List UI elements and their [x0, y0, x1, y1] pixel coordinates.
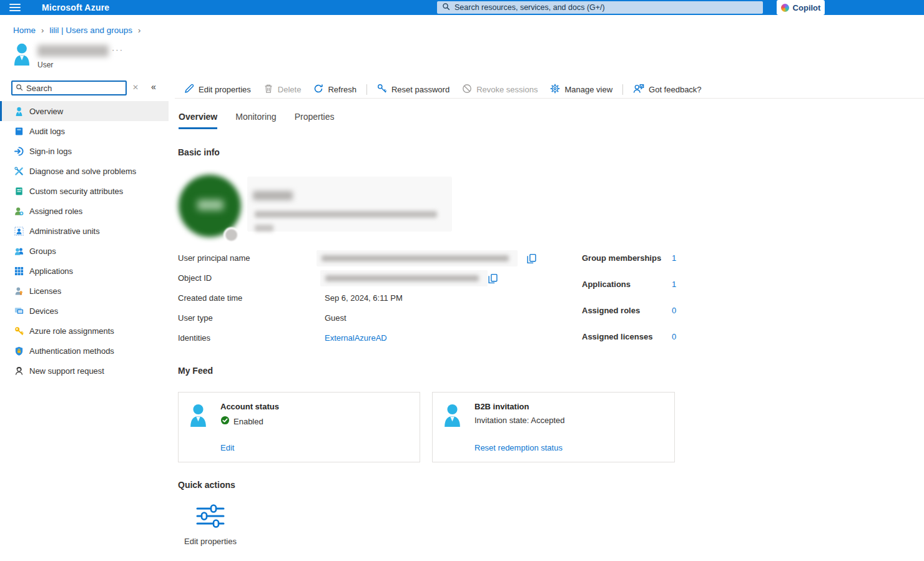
applications-count-link[interactable]: 1 — [672, 280, 676, 289]
created-date-value: Sep 6, 2024, 6:11 PM — [325, 289, 403, 308]
avatar-initials-redacted — [197, 200, 224, 210]
card-title: Account status — [220, 402, 279, 411]
user-avatar-icon — [12, 42, 31, 67]
copy-icon[interactable] — [526, 252, 537, 263]
user-icon — [189, 403, 208, 429]
sidebar-item-sign-in-logs[interactable]: Sign-in logs — [0, 141, 169, 161]
sidebar-nav: Overview Audit logs Sign-in logs Diagnos… — [0, 101, 169, 381]
field-label: Created date time — [178, 289, 242, 308]
assigned-roles-count-link[interactable]: 0 — [672, 306, 676, 315]
gear-icon — [550, 84, 560, 95]
profile-redacted-panel — [247, 177, 452, 232]
sidebar-item-audit-logs[interactable]: Audit logs — [0, 121, 169, 141]
feedback-icon — [633, 84, 644, 95]
sidebar-search[interactable] — [11, 80, 127, 95]
sidebar-item-azure-role-assignments[interactable]: Azure role assignments — [0, 321, 169, 341]
refresh-icon — [313, 84, 323, 95]
field-label: User principal name — [178, 249, 250, 268]
app-title: Microsoft Azure — [42, 0, 109, 15]
sidebar-item-overview[interactable]: Overview — [0, 101, 169, 121]
sidebar-item-assigned-roles[interactable]: Assigned roles — [0, 201, 169, 221]
toolbar-divider — [175, 98, 924, 99]
more-actions-button[interactable]: ··· — [112, 45, 124, 54]
got-feedback-button[interactable]: Got feedback? — [627, 80, 708, 98]
my-feed-heading: My Feed — [178, 366, 213, 376]
sidebar-item-administrative-units[interactable]: Administrative units — [0, 221, 169, 241]
object-id-value-redacted — [320, 270, 488, 286]
audit-logs-icon — [14, 126, 24, 136]
licenses-icon — [14, 286, 24, 296]
field-label: Object ID — [178, 269, 212, 288]
sidebar: ✕ « Overview Audit logs Sign-in logs Dia… — [0, 78, 169, 561]
key-icon — [377, 84, 387, 95]
revoke-sessions-button[interactable]: Revoke sessions — [456, 80, 544, 98]
stat-label: Applications — [582, 280, 631, 289]
assigned-licenses-count-link[interactable]: 0 — [672, 332, 676, 341]
security-attributes-icon — [14, 186, 24, 196]
breadcrumb-home-link[interactable]: Home — [13, 26, 36, 35]
edit-link[interactable]: Edit — [220, 443, 234, 452]
stat-label: Group memberships — [582, 253, 661, 263]
search-icon — [16, 84, 23, 93]
azure-portal-page: Microsoft Azure Copilot Home › lilil | U… — [0, 0, 924, 561]
sliders-icon — [196, 520, 225, 530]
copilot-button[interactable]: Copilot — [777, 0, 825, 15]
display-name-redacted — [253, 191, 293, 200]
user-type-value: Guest — [325, 309, 346, 328]
user-icon — [14, 106, 24, 116]
clear-search-icon[interactable]: ✕ — [132, 83, 139, 92]
tab-monitoring[interactable]: Monitoring — [235, 112, 276, 129]
trash-icon — [263, 84, 273, 95]
quick-action-edit-properties[interactable]: Edit properties — [182, 504, 238, 546]
support-person-icon — [14, 366, 24, 376]
delete-button[interactable]: Delete — [257, 80, 308, 98]
admin-units-icon — [14, 226, 24, 236]
chevron-right-icon: › — [138, 26, 140, 35]
sidebar-item-new-support-request[interactable]: New support request — [0, 361, 169, 381]
b2b-invitation-card: B2B invitation Invitation state: Accepte… — [432, 392, 675, 462]
basic-info-heading: Basic info — [178, 147, 220, 157]
key-icon — [14, 326, 24, 336]
manage-view-button[interactable]: Manage view — [544, 80, 619, 98]
account-status-value: Enabled — [220, 416, 263, 427]
sign-in-logs-icon — [14, 146, 24, 156]
sidebar-item-licenses[interactable]: Licenses — [0, 281, 169, 301]
sidebar-item-devices[interactable]: Devices — [0, 301, 169, 321]
command-toolbar: Edit properties Delete Refresh Reset pas… — [175, 80, 924, 98]
user-icon — [443, 403, 462, 429]
sidebar-item-groups[interactable]: Groups — [0, 241, 169, 261]
refresh-button[interactable]: Refresh — [307, 80, 363, 98]
tab-bar: Overview Monitoring Properties — [179, 112, 334, 129]
presence-badge — [224, 227, 239, 243]
field-label: Identities — [178, 329, 210, 348]
stat-label: Assigned roles — [582, 306, 640, 315]
sidebar-item-custom-security-attributes[interactable]: Custom security attributes — [0, 181, 169, 201]
quick-actions-heading: Quick actions — [178, 480, 235, 490]
detail-redacted — [255, 225, 273, 232]
stat-label: Assigned licenses — [582, 332, 652, 341]
group-memberships-count-link[interactable]: 1 — [672, 253, 676, 263]
tab-properties[interactable]: Properties — [295, 112, 335, 129]
collapse-sidebar-icon[interactable]: « — [151, 82, 156, 92]
hamburger-menu-icon[interactable] — [9, 4, 21, 11]
identities-link[interactable]: ExternalAzureAD — [325, 329, 387, 348]
global-search-input[interactable] — [455, 3, 758, 12]
applications-grid-icon — [14, 266, 24, 276]
sidebar-item-diagnose[interactable]: Diagnose and solve problems — [0, 161, 169, 181]
copy-icon[interactable] — [488, 272, 498, 283]
copilot-label: Copilot — [793, 3, 821, 12]
edit-properties-button[interactable]: Edit properties — [178, 80, 257, 98]
toolbar-separator — [622, 84, 623, 95]
tab-overview[interactable]: Overview — [179, 112, 217, 129]
sidebar-item-authentication-methods[interactable]: Authentication methods — [0, 341, 169, 361]
breadcrumb-parent-link[interactable]: lilil | Users and groups — [49, 26, 132, 35]
sidebar-search-input[interactable] — [26, 84, 122, 93]
devices-icon — [14, 306, 24, 316]
check-circle-icon — [220, 416, 230, 427]
chevron-right-icon: › — [41, 26, 44, 35]
reset-redemption-status-link[interactable]: Reset redemption status — [474, 443, 563, 452]
sidebar-item-applications[interactable]: Applications — [0, 261, 169, 281]
global-search[interactable] — [437, 1, 763, 14]
block-icon — [462, 84, 472, 95]
reset-password-button[interactable]: Reset password — [371, 80, 456, 98]
